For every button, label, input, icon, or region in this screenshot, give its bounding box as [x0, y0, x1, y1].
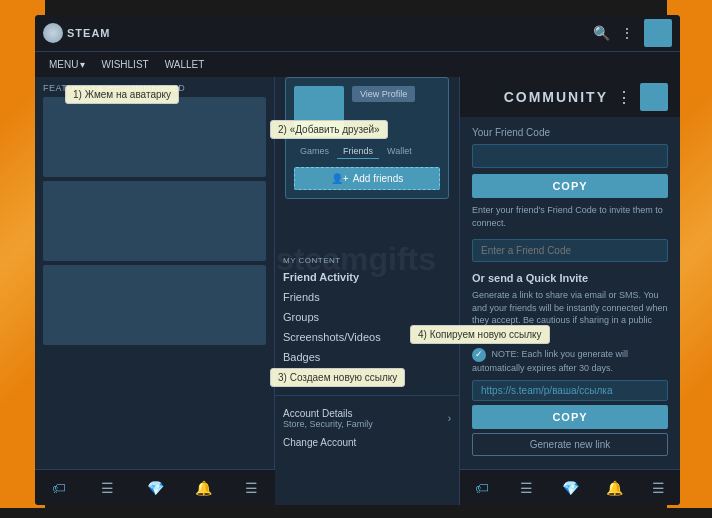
featured-row-3	[43, 265, 266, 345]
enter-friend-code-input[interactable]	[472, 239, 668, 262]
my-content-friends[interactable]: Friends	[275, 287, 459, 307]
featured-img-2	[43, 181, 266, 261]
community-header: COMMUNITY ⋮	[460, 77, 680, 117]
generate-link-button[interactable]: Generate new link	[472, 433, 668, 456]
search-icon[interactable]: 🔍	[592, 24, 610, 42]
featured-img-1	[43, 97, 266, 177]
my-content-panel: MY CONTENT Friend Activity Friends Group…	[275, 252, 459, 452]
steam-icon	[43, 23, 63, 43]
main-bottom-bell[interactable]: 🔔	[192, 477, 214, 499]
main-bottom-tag[interactable]: 🏷	[48, 477, 70, 499]
quick-invite-label: Or send a Quick Invite	[472, 272, 668, 284]
invite-hint: Enter your friend's Friend Code to invit…	[472, 204, 668, 229]
tab-wallet[interactable]: Wallet	[381, 144, 418, 159]
add-friends-button[interactable]: 👤+ Add friends	[294, 167, 440, 190]
steam-logo: STEAM	[43, 23, 111, 43]
annotation-2: 2) «Добавить друзей»	[270, 120, 388, 139]
account-details-item[interactable]: Account Details Store, Security, Family …	[275, 404, 459, 433]
note-text: ✓ NOTE: Each link you generate will auto…	[472, 348, 668, 375]
view-profile-button[interactable]: View Profile	[352, 86, 415, 102]
copy-friend-code-button[interactable]: COPY	[472, 174, 668, 198]
content-area: FEATURED & RECOMMENDED ‹	[35, 77, 680, 505]
main-bottom-menu[interactable]: ☰	[240, 477, 262, 499]
top-bar: STEAM 🔍 ⋮	[35, 15, 680, 51]
community-bottom-nav: 🏷 ☰ 💎 🔔 ☰	[460, 469, 680, 505]
community-content: Your Friend Code COPY Enter your friend'…	[460, 117, 680, 469]
user-avatar-top[interactable]	[644, 19, 672, 47]
main-bottom-nav: 🏷 ☰ 💎 🔔 ☰	[35, 469, 275, 505]
my-content-friend-activity[interactable]: Friend Activity	[275, 267, 459, 287]
bottom-nav-gem[interactable]: 💎	[559, 477, 581, 499]
my-content-badges[interactable]: Badges	[275, 347, 459, 367]
community-title: COMMUNITY	[504, 89, 608, 105]
nav-wallet[interactable]: WALLET	[159, 57, 211, 72]
featured-row-2	[43, 181, 266, 261]
annotation-1: 1) Жмем на аватарку	[65, 85, 179, 104]
my-content-groups[interactable]: Groups	[275, 307, 459, 327]
featured-img-3	[43, 265, 266, 345]
featured-row-1	[43, 97, 266, 177]
my-content-label: MY CONTENT	[275, 252, 459, 267]
nav-bar: MENU ▾ WISHLIST WALLET	[35, 51, 680, 77]
profile-card-actions: View Profile	[352, 86, 415, 102]
community-menu-icon[interactable]: ⋮	[616, 88, 632, 107]
friend-code-label: Your Friend Code	[472, 127, 668, 138]
nav-wishlist[interactable]: WISHLIST	[95, 57, 154, 72]
main-bottom-list[interactable]: ☰	[96, 477, 118, 499]
steam-label: STEAM	[67, 27, 111, 39]
featured-images	[35, 97, 274, 505]
add-friends-icon: 👤+	[331, 173, 349, 184]
chevron-right-icon: ›	[448, 413, 451, 424]
bottom-nav-menu[interactable]: ☰	[647, 477, 669, 499]
community-avatar[interactable]	[640, 83, 668, 111]
bottom-nav-tag[interactable]: 🏷	[471, 477, 493, 499]
friend-code-input[interactable]	[472, 144, 668, 168]
annotation-4: 4) Копируем новую ссылку	[410, 325, 550, 344]
chevron-down-icon: ▾	[80, 59, 85, 70]
invite-link-url: https://s.team/p/ваша/ссылка	[472, 380, 668, 401]
change-account-item[interactable]: Change Account	[275, 433, 459, 452]
tab-friends[interactable]: Friends	[337, 144, 379, 159]
right-panel: COMMUNITY ⋮ Your Friend Code COPY Enter …	[460, 77, 680, 505]
profile-tabs: Games Friends Wallet	[294, 144, 440, 159]
main-bottom-gem[interactable]: 💎	[144, 477, 166, 499]
more-options-icon[interactable]: ⋮	[618, 24, 636, 42]
bottom-nav-bell[interactable]: 🔔	[603, 477, 625, 499]
nav-menu[interactable]: MENU ▾	[43, 57, 91, 72]
divider	[275, 395, 459, 396]
tab-games[interactable]: Games	[294, 144, 335, 159]
annotation-3: 3) Создаем новую ссылку	[270, 368, 405, 387]
copy-link-button[interactable]: COPY	[472, 405, 668, 429]
check-icon: ✓	[472, 348, 486, 362]
middle-panel: ‹ View Profile Games Friends Wallet 👤+ A…	[275, 77, 460, 505]
left-panel: FEATURED & RECOMMENDED	[35, 77, 275, 505]
bottom-nav-list[interactable]: ☰	[515, 477, 537, 499]
